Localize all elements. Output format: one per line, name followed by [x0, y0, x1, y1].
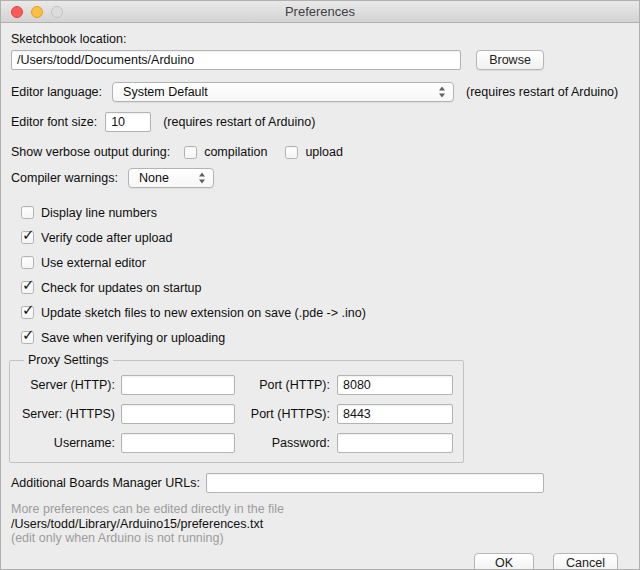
title-bar[interactable]: Preferences: [1, 1, 639, 23]
cancel-button[interactable]: Cancel: [553, 553, 618, 570]
editor-language-note: (requires restart of Arduino): [466, 85, 618, 99]
checkbox[interactable]: [21, 281, 34, 294]
window-controls: [11, 6, 63, 18]
password-input[interactable]: [337, 433, 453, 453]
checkbox[interactable]: [21, 206, 34, 219]
stepper-arrows-icon: [199, 173, 206, 184]
checkbox[interactable]: [21, 331, 34, 344]
ok-button[interactable]: OK: [474, 553, 534, 570]
editor-font-size-input[interactable]: [105, 112, 151, 132]
password-label: Password:: [250, 436, 330, 450]
editor-font-size-note: (requires restart of Arduino): [163, 115, 315, 129]
browse-button[interactable]: Browse: [476, 50, 544, 70]
stepper-arrows-icon: [439, 87, 446, 98]
option-verify-code-after-upload[interactable]: Verify code after upload: [11, 225, 629, 250]
server-https-input[interactable]: [121, 404, 235, 424]
compilation-checkbox[interactable]: [184, 146, 197, 159]
editor-language-value: System Default: [123, 85, 208, 99]
window-title: Preferences: [285, 4, 355, 19]
port-https-label: Port (HTTPS):: [250, 407, 330, 421]
port-http-input[interactable]: [337, 375, 453, 395]
option-display-line-numbers[interactable]: Display line numbers: [11, 200, 629, 225]
compiler-warnings-select[interactable]: None: [128, 168, 214, 188]
editor-language-label: Editor language:: [11, 85, 102, 99]
option-label: Check for updates on startup: [41, 281, 202, 295]
compiler-warnings-value: None: [139, 171, 169, 185]
username-label: Username:: [20, 436, 115, 450]
compilation-checkbox-label: compilation: [204, 145, 267, 159]
footer-line-3: (edit only when Arduino is not running): [11, 531, 629, 546]
verbose-output-label: Show verbose output during:: [11, 145, 170, 159]
option-save-when-verifying[interactable]: Save when verifying or uploading: [11, 325, 629, 350]
username-input[interactable]: [121, 433, 235, 453]
option-label: Display line numbers: [41, 206, 157, 220]
boards-manager-urls-input[interactable]: [206, 473, 544, 493]
option-update-sketch-files[interactable]: Update sketch files to new extension on …: [11, 300, 629, 325]
close-icon[interactable]: [11, 6, 23, 18]
boards-manager-urls-label: Additional Boards Manager URLs:: [11, 476, 200, 490]
option-label: Use external editor: [41, 256, 146, 270]
option-label: Save when verifying or uploading: [41, 331, 225, 345]
preferences-file-path: /Users/todd/Library/Arduino15/preference…: [11, 517, 629, 532]
upload-checkbox[interactable]: [285, 146, 298, 159]
option-label: Verify code after upload: [41, 231, 172, 245]
compiler-warnings-label: Compiler warnings:: [11, 171, 118, 185]
option-label: Update sketch files to new extension on …: [41, 306, 366, 320]
port-http-label: Port (HTTP):: [250, 378, 330, 392]
footer-note: More preferences can be edited directly …: [11, 502, 629, 546]
preferences-dialog: Preferences Sketchbook location: Browse …: [0, 0, 640, 570]
checkbox[interactable]: [21, 306, 34, 319]
proxy-settings-legend: Proxy Settings: [24, 353, 113, 367]
footer-line-1: More preferences can be edited directly …: [11, 502, 629, 517]
option-check-for-updates[interactable]: Check for updates on startup: [11, 275, 629, 300]
options-list: Display line numbers Verify code after u…: [11, 200, 629, 350]
server-http-input[interactable]: [121, 375, 235, 395]
sketchbook-location-label: Sketchbook location:: [11, 31, 629, 47]
server-http-label: Server (HTTP):: [20, 378, 115, 392]
editor-font-size-label: Editor font size:: [11, 115, 97, 129]
option-use-external-editor[interactable]: Use external editor: [11, 250, 629, 275]
upload-checkbox-label: upload: [305, 145, 343, 159]
sketchbook-location-input[interactable]: [11, 50, 461, 70]
editor-language-select[interactable]: System Default: [112, 82, 454, 102]
proxy-settings-group: Proxy Settings Server (HTTP): Port (HTTP…: [9, 353, 464, 463]
checkbox[interactable]: [21, 231, 34, 244]
port-https-input[interactable]: [337, 404, 453, 424]
checkbox[interactable]: [21, 256, 34, 269]
zoom-icon: [51, 6, 63, 18]
server-https-label: Server: (HTTPS): [20, 407, 115, 421]
minimize-icon[interactable]: [31, 6, 43, 18]
